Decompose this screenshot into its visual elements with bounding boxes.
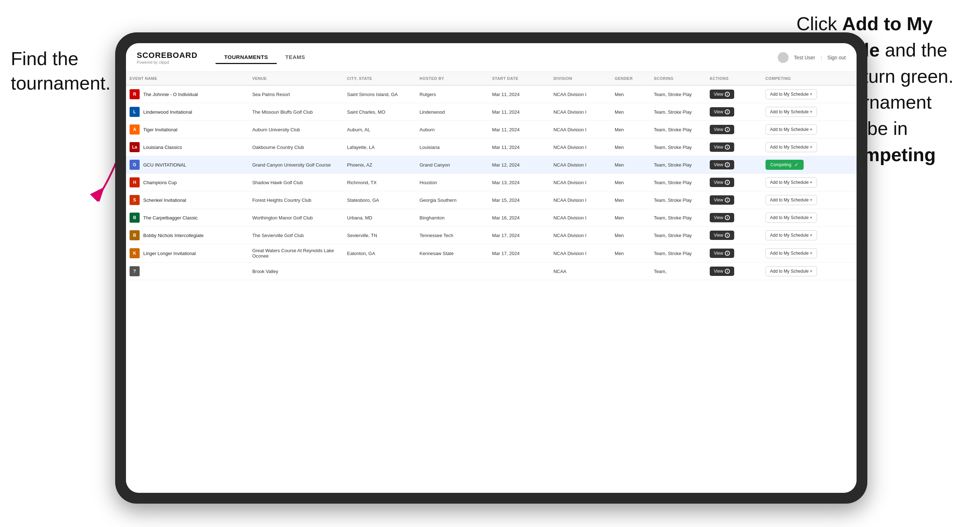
table-header-row: EVENT NAME VENUE CITY, STATE HOSTED BY S… <box>126 72 857 85</box>
team-logo-icon: B <box>130 230 140 240</box>
info-icon: i <box>725 197 730 203</box>
gender-cell <box>611 263 650 280</box>
view-button[interactable]: View i <box>710 195 735 205</box>
tab-tournaments[interactable]: TOURNAMENTS <box>216 51 277 64</box>
team-logo-icon: S <box>130 195 140 205</box>
competing-cell: Add to My Schedule + <box>762 103 857 121</box>
team-logo-icon: G <box>130 160 140 170</box>
division-cell: NCAA Division I <box>550 174 611 191</box>
table-row: La Louisiana Classics Oakbourne Country … <box>126 138 857 156</box>
division-cell: NCAA Division I <box>550 121 611 138</box>
hosted-cell: Louisiana <box>416 138 488 156</box>
col-header-event: EVENT NAME <box>126 72 249 85</box>
add-to-schedule-button[interactable]: Add to My Schedule + <box>765 177 817 187</box>
scoring-cell: Team, Stroke Play <box>650 191 706 209</box>
scoring-cell: Team, Stroke Play <box>650 85 706 103</box>
view-button[interactable]: View i <box>710 249 735 258</box>
division-cell: NCAA Division I <box>550 227 611 244</box>
view-button[interactable]: View i <box>710 178 735 187</box>
scoring-cell: Team, Stroke Play <box>650 103 706 121</box>
add-to-schedule-button[interactable]: Add to My Schedule + <box>765 213 817 223</box>
scoring-cell: Team, Stroke Play <box>650 227 706 244</box>
col-header-city: CITY, STATE <box>343 72 416 85</box>
venue-cell: The Missouri Bluffs Golf Club <box>249 103 343 121</box>
info-icon: i <box>725 233 730 238</box>
add-to-schedule-button[interactable]: Add to My Schedule + <box>765 89 817 99</box>
actions-cell: View i <box>706 138 762 156</box>
actions-cell: View i <box>706 103 762 121</box>
info-icon: i <box>725 110 730 114</box>
event-name: Tiger Invitational <box>143 127 177 132</box>
view-button[interactable]: View i <box>710 90 735 99</box>
competing-label: Competing <box>770 162 791 167</box>
gender-cell: Men <box>611 209 650 227</box>
add-to-schedule-button[interactable]: Add to My Schedule + <box>765 230 817 240</box>
competing-cell: Competing ✓ <box>762 156 857 174</box>
add-to-schedule-button[interactable]: Add to My Schedule + <box>765 266 817 276</box>
info-icon: i <box>725 269 730 274</box>
view-button[interactable]: View i <box>710 143 735 152</box>
competing-cell: Add to My Schedule + <box>762 227 857 244</box>
table-row: ? Brook ValleyNCAATeam,View iAdd to My S… <box>126 263 857 280</box>
add-to-schedule-button[interactable]: Add to My Schedule + <box>765 107 817 117</box>
view-button[interactable]: View i <box>710 213 735 222</box>
gender-cell: Men <box>611 227 650 244</box>
scoring-cell: Team, Stroke Play <box>650 174 706 191</box>
event-name: Schenkel Invitational <box>143 197 186 203</box>
info-icon: i <box>725 180 730 185</box>
hosted-cell <box>416 263 488 280</box>
venue-cell: The Sevierville Golf Club <box>249 227 343 244</box>
actions-cell: View i <box>706 174 762 191</box>
add-to-schedule-button[interactable]: Add to My Schedule + <box>765 142 817 152</box>
gender-cell: Men <box>611 174 650 191</box>
competing-cell: Add to My Schedule + <box>762 174 857 191</box>
info-icon: i <box>725 92 730 97</box>
col-header-competing: COMPETING <box>762 72 857 85</box>
add-to-schedule-button[interactable]: Add to My Schedule + <box>765 248 817 258</box>
table-row: R The Johnnie - O Individual Sea Palms R… <box>126 85 857 103</box>
venue-cell: Auburn University Club <box>249 121 343 138</box>
table-row: H Champions Cup Shadow Hawk Golf ClubRic… <box>126 174 857 191</box>
team-logo-icon: ? <box>130 266 140 276</box>
team-logo-icon: B <box>130 213 140 223</box>
date-cell: Mar 11, 2024 <box>488 121 550 138</box>
info-icon: i <box>725 251 730 256</box>
table-container[interactable]: EVENT NAME VENUE CITY, STATE HOSTED BY S… <box>126 72 857 493</box>
event-name: Lindenwood Invitational <box>143 110 192 115</box>
city-cell <box>343 263 416 280</box>
table-row: A Tiger Invitational Auburn University C… <box>126 121 857 138</box>
gender-cell: Men <box>611 138 650 156</box>
venue-cell: Oakbourne Country Club <box>249 138 343 156</box>
division-cell: NCAA Division I <box>550 138 611 156</box>
col-header-date: START DATE <box>488 72 550 85</box>
city-cell: Lafayette, LA <box>343 138 416 156</box>
view-button[interactable]: View i <box>710 160 735 170</box>
hosted-cell: Auburn <box>416 121 488 138</box>
gender-cell: Men <box>611 85 650 103</box>
view-button[interactable]: View i <box>710 267 735 276</box>
venue-cell: Brook Valley <box>249 263 343 280</box>
tab-teams[interactable]: TEAMS <box>277 51 314 64</box>
add-to-schedule-button[interactable]: Add to My Schedule + <box>765 195 817 205</box>
view-button[interactable]: View i <box>710 125 735 134</box>
venue-cell: Shadow Hawk Golf Club <box>249 174 343 191</box>
competing-button[interactable]: Competing ✓ <box>765 160 803 170</box>
team-logo-icon: L <box>130 107 140 117</box>
city-cell: Sevierville, TN <box>343 227 416 244</box>
hosted-cell: Lindenwood <box>416 103 488 121</box>
view-button[interactable]: View i <box>710 107 735 117</box>
info-icon: i <box>725 144 730 150</box>
city-cell: Richmond, TX <box>343 174 416 191</box>
team-logo-icon: K <box>130 248 140 258</box>
add-to-schedule-button[interactable]: Add to My Schedule + <box>765 124 817 135</box>
hosted-cell: Rutgers <box>416 85 488 103</box>
tablet-screen: SCOREBOARD Powered by clippd TOURNAMENTS… <box>126 43 857 493</box>
division-cell: NCAA Division I <box>550 244 611 263</box>
gender-cell: Men <box>611 156 650 174</box>
view-button[interactable]: View i <box>710 230 735 240</box>
division-cell: NCAA <box>550 263 611 280</box>
city-cell: Urbana, MD <box>343 209 416 227</box>
hosted-cell: Grand Canyon <box>416 156 488 174</box>
sign-out-link[interactable]: Sign out <box>827 55 846 60</box>
info-icon: i <box>725 215 730 220</box>
